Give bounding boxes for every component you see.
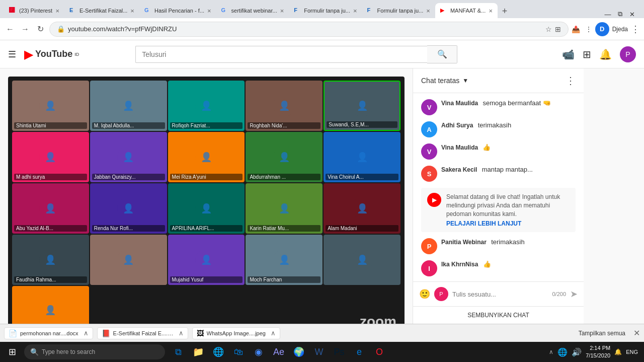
participant-name-2: Rofiqoh Fazriat... — [170, 122, 243, 129]
youtube-logo[interactable]: ▶ YouTube ID — [24, 47, 79, 61]
zoom-participant-12: 👤APRILINA ARIFL... — [168, 183, 245, 234]
taskbar-edge-icon[interactable]: e — [350, 343, 368, 361]
hamburger-menu-button[interactable]: ☰ — [8, 49, 16, 60]
taskbar-ie-icon[interactable]: 🌐 — [209, 343, 227, 361]
tab-close-formulir1[interactable]: × — [353, 7, 357, 15]
volume-icon[interactable]: 🔊 — [572, 347, 582, 357]
pdf-download-close[interactable]: ∧ — [179, 329, 184, 337]
start-button[interactable]: ⊞ — [2, 342, 22, 362]
bookmark-icon[interactable]: ☆ — [545, 25, 552, 33]
taskbar-search-box[interactable]: 🔍 Type here to search — [24, 344, 165, 359]
zoom-participant-11: 👤Renda Nur Rofi... — [90, 183, 167, 234]
show-all-downloads-button[interactable]: Tampilkan semua — [575, 328, 629, 339]
tab-youtube-active[interactable]: ▶ MANFAAT &... × — [435, 3, 498, 18]
zoom-participant-6: 👤Jabban Quraiszy... — [90, 132, 167, 182]
zoom-participant-14: 👤Alam Madani — [324, 183, 400, 234]
address-bar-row: ← → ↻ 🔒 youtube.com/watch?v=pfFWjDINRZU … — [0, 18, 644, 40]
tab-label-pinterest: (23) Pinterest — [19, 8, 52, 14]
docx-download-close[interactable]: ∧ — [84, 329, 89, 337]
taskbar-ps-icon[interactable]: Ps — [330, 343, 348, 361]
tab-close-youtube[interactable]: × — [489, 7, 493, 15]
tab-close-hasil[interactable]: × — [207, 7, 211, 15]
participant-name-14: Alam Madani — [326, 225, 398, 232]
tab-hasil[interactable]: G Hasil Pencarian - f... × — [139, 3, 216, 18]
chat-input-avatar: P — [434, 287, 448, 301]
taskview-button[interactable]: ⧉ — [169, 343, 187, 361]
address-bar[interactable]: 🔒 youtube.com/watch?v=pfFWjDINRZU ☆ ⊞ — [49, 22, 569, 37]
youtube-search-button[interactable]: 🔍 — [427, 45, 457, 63]
taskbar-browser2-icon[interactable]: 🌍 — [290, 343, 308, 361]
minimize-button[interactable]: — — [604, 11, 612, 18]
close-button[interactable]: ✕ — [628, 11, 636, 18]
download-bar-close-button[interactable]: ✕ — [633, 328, 640, 338]
system-message-link[interactable]: PELAJARI LEBIH LANJUT — [446, 220, 570, 227]
taskbar-word-icon[interactable]: W — [310, 343, 328, 361]
tab-close-webinar[interactable]: × — [280, 7, 284, 15]
download-item-jpeg[interactable]: 🖼 WhatsApp Image....jpeg ∧ — [192, 327, 280, 339]
video-camera-icon[interactable]: 📹 — [562, 48, 575, 60]
youtube-search-input[interactable] — [135, 46, 427, 63]
chat-avatar-vina2: V — [421, 143, 437, 160]
browser-menu-button[interactable]: ⋮ — [631, 24, 640, 35]
participant-name-15: Faudhia Rahma... — [14, 276, 87, 283]
download-item-docx[interactable]: 📄 permohonan nar....docx ∧ — [4, 327, 93, 339]
pdf-icon: 📕 — [102, 329, 110, 337]
jpeg-filename: WhatsApp Image....jpeg — [207, 330, 266, 336]
toolbar-icons: 📤 ⋮ — [572, 25, 592, 33]
tab-webinar[interactable]: G sertifikat webinar... × — [216, 3, 289, 18]
forward-button[interactable]: → — [19, 25, 31, 34]
reload-button[interactable]: ↻ — [34, 24, 46, 34]
tab-label-formulir2: Formulir tanpa ju... — [377, 8, 424, 14]
taskbar-explorer-icon[interactable]: 📁 — [189, 343, 207, 361]
system-clock[interactable]: 2:14 PM 7/15/2020 — [586, 344, 610, 360]
notifications-bell-icon[interactable]: 🔔 — [599, 48, 612, 60]
tab-close-formulir2[interactable]: × — [426, 7, 430, 15]
tab-label-youtube: MANFAAT &... — [450, 8, 486, 14]
chat-character-counter: 0/200 — [552, 291, 566, 297]
taskbar-ae-icon[interactable]: Ae — [270, 343, 288, 361]
chat-dropdown-icon[interactable]: ▼ — [462, 77, 468, 84]
tab-favicon-formulir2: F — [367, 7, 374, 14]
network-icon[interactable]: 🌐 — [557, 347, 568, 357]
tab-pinterest[interactable]: 🅿 (23) Pinterest × — [4, 3, 64, 18]
zoom-participant-5: 👤M adhi surya — [12, 132, 89, 182]
tab-close-pinterest[interactable]: × — [55, 7, 59, 15]
pdf-filename: E-Sertifikat Faizal E....pdf — [113, 330, 174, 336]
chat-text-input[interactable] — [452, 291, 548, 298]
profile-avatar[interactable]: D — [595, 22, 609, 36]
taskbar-notifications-icon[interactable]: 🔔 — [614, 348, 622, 355]
chat-text-panitia: terimakasih — [491, 238, 524, 246]
taskbar-opera-icon[interactable]: O — [370, 343, 388, 361]
new-tab-button[interactable]: + — [498, 4, 512, 18]
participant-name-11: Renda Nur Rofi... — [92, 225, 165, 232]
back-button[interactable]: ← — [4, 25, 16, 34]
tab-sertifikat[interactable]: E E-Sertifikat Faizal... × — [64, 3, 139, 18]
youtube-logo-text: YouTube — [35, 49, 72, 59]
tab-formulir2[interactable]: F Formulir tanpa ju... × — [362, 3, 435, 18]
youtube-profile-avatar[interactable]: P — [620, 46, 636, 62]
taskbar-app-icons: ⧉ 📁 🌐 🛍 ◉ Ae 🌍 W Ps e O — [169, 343, 388, 361]
taskbar-chrome-icon[interactable]: ◉ — [250, 343, 268, 361]
chat-author-ika: Ika KhrnNisa — [441, 261, 478, 268]
language-indicator[interactable]: ENG — [626, 349, 638, 355]
chat-header: Chat teratas ▼ ⋮ — [413, 68, 584, 93]
extensions-icon[interactable]: ⊞ — [555, 25, 561, 33]
chat-send-button[interactable]: ➤ — [570, 288, 578, 300]
apps-grid-icon[interactable]: ⊞ — [583, 48, 591, 60]
tab-close-sertifikat[interactable]: × — [130, 7, 134, 15]
chat-content-ika: Ika KhrnNisa 👍 — [441, 260, 576, 268]
hide-chat-button[interactable]: SEMBUNYIKAN CHAT — [413, 306, 584, 324]
jpeg-download-close[interactable]: ∧ — [271, 329, 276, 337]
emoji-button[interactable]: 🙂 — [419, 288, 430, 300]
taskbar-store-icon[interactable]: 🛍 — [229, 343, 248, 361]
chat-more-button[interactable]: ⋮ — [566, 75, 576, 87]
chat-system-message: ▶ Selamat datang di live chat! Ingatlah … — [421, 188, 576, 232]
screenshare-icon[interactable]: 📤 — [572, 25, 580, 33]
taskbar-show-hidden-icons[interactable]: ∧ — [549, 348, 553, 355]
tab-formulir1[interactable]: F Formulir tanpa ju... × — [289, 3, 362, 18]
video-player[interactable]: 👤Shintia Utami👤M. Iqbal Abdulla...👤Rofiq… — [8, 77, 405, 324]
download-item-pdf[interactable]: 📕 E-Sertifikat Faizal E....pdf ∧ — [97, 327, 188, 339]
restore-button[interactable]: ⧉ — [616, 10, 624, 18]
settings-icon[interactable]: ⋮ — [585, 25, 592, 33]
participant-name-9: Vina Choirul A... — [326, 174, 398, 180]
